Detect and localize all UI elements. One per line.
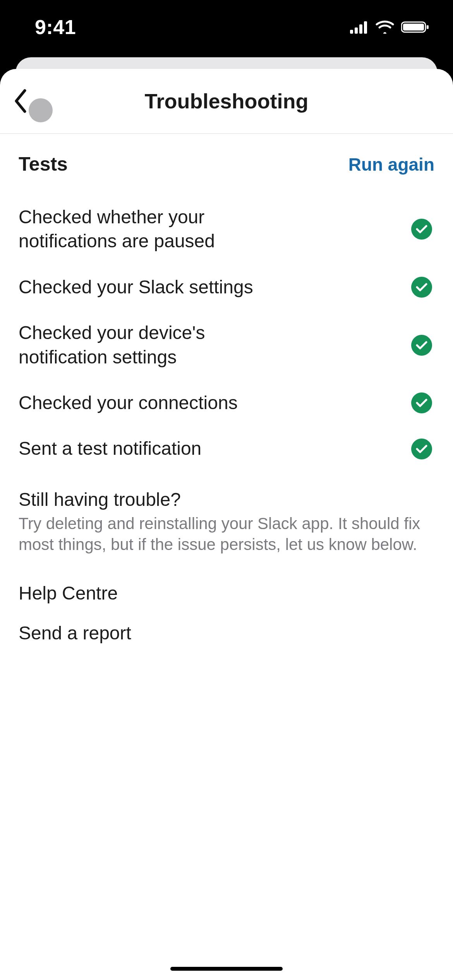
phone-frame: 9:41 (0, 0, 453, 980)
svg-rect-2 (359, 24, 362, 34)
svg-rect-3 (364, 21, 367, 34)
tests-list: Checked whether your notifications are p… (19, 195, 434, 473)
trouble-block: Still having trouble? Try deleting and r… (19, 489, 434, 555)
battery-icon (401, 21, 430, 34)
trouble-body: Try deleting and reinstalling your Slack… (19, 513, 434, 555)
test-row: Checked whether your notifications are p… (19, 195, 434, 265)
send-report-button[interactable]: Send a report (19, 613, 434, 653)
chevron-left-icon (13, 88, 29, 114)
checkmark-icon (411, 219, 432, 240)
cellular-icon (350, 21, 369, 34)
content: Tests Run again Checked whether your not… (0, 134, 453, 980)
run-again-button[interactable]: Run again (348, 151, 434, 178)
help-centre-button[interactable]: Help Centre (19, 573, 434, 613)
back-touch-indicator (29, 98, 53, 122)
status-icons (350, 21, 430, 34)
checkmark-icon (411, 277, 432, 298)
test-label: Checked your Slack settings (19, 275, 253, 299)
status-bar: 9:41 (0, 0, 453, 54)
tests-section-header: Tests Run again (19, 151, 434, 178)
svg-rect-5 (403, 24, 424, 31)
action-list: Help Centre Send a report (19, 573, 434, 653)
wifi-icon (376, 21, 394, 34)
tests-section-title: Tests (19, 153, 68, 175)
test-label: Checked your device's notification setti… (19, 321, 259, 369)
sheet: Troubleshooting Tests Run again Checked … (0, 69, 453, 980)
home-indicator[interactable] (170, 967, 283, 971)
checkmark-icon (411, 439, 432, 459)
svg-rect-1 (355, 27, 358, 34)
checkmark-icon (411, 392, 432, 413)
back-button[interactable] (13, 80, 56, 122)
test-row: Sent a test notification (19, 427, 434, 472)
page-title: Troubleshooting (145, 89, 309, 113)
test-label: Checked your connections (19, 391, 238, 415)
trouble-title: Still having trouble? (19, 489, 434, 510)
svg-rect-6 (427, 25, 429, 29)
status-time: 9:41 (35, 15, 76, 39)
checkmark-icon (411, 335, 432, 356)
test-row: Checked your connections (19, 381, 434, 427)
svg-rect-0 (350, 30, 353, 34)
nav-header: Troubleshooting (0, 69, 453, 134)
test-row: Checked your Slack settings (19, 265, 434, 311)
test-label: Checked whether your notifications are p… (19, 205, 235, 254)
test-label: Sent a test notification (19, 437, 201, 461)
test-row: Checked your device's notification setti… (19, 311, 434, 381)
